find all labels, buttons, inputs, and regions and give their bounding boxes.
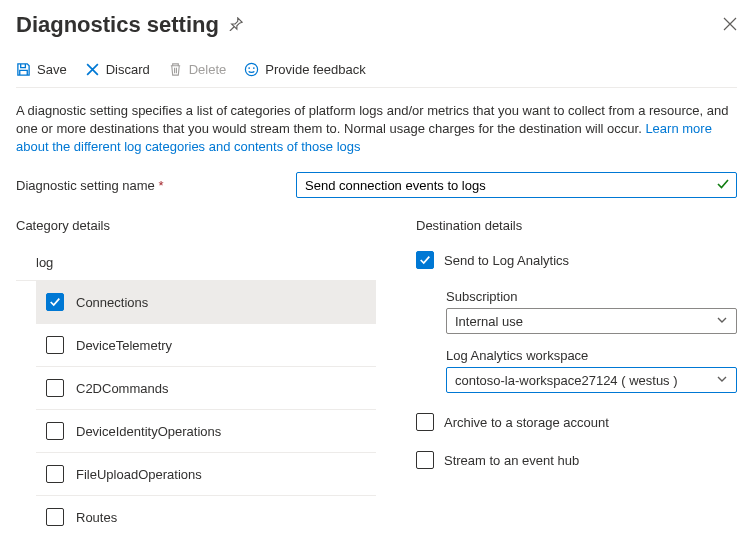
checkbox-eventhub[interactable] [416, 451, 434, 469]
name-field-label: Diagnostic setting name * [16, 178, 296, 193]
category-heading: Category details [16, 218, 376, 233]
log-item-label: C2DCommands [76, 381, 168, 396]
discard-label: Discard [106, 62, 150, 77]
chevron-down-icon [716, 373, 728, 388]
log-item-fileuploadoperations[interactable]: FileUploadOperations [36, 453, 376, 496]
log-list: ConnectionsDeviceTelemetryC2DCommandsDev… [36, 281, 376, 538]
log-item-devicetelemetry[interactable]: DeviceTelemetry [36, 324, 376, 367]
chevron-down-icon [716, 314, 728, 329]
name-field-row: Diagnostic setting name * [16, 172, 737, 198]
save-label: Save [37, 62, 67, 77]
destination-details-column: Destination details Send to Log Analytic… [416, 218, 737, 538]
subscription-select[interactable]: Internal use [446, 308, 737, 334]
log-item-label: FileUploadOperations [76, 467, 202, 482]
log-subheading: log [16, 251, 376, 281]
checkbox-c2dcommands[interactable] [46, 379, 64, 397]
checkbox-fileuploadoperations[interactable] [46, 465, 64, 483]
category-details-column: Category details log ConnectionsDeviceTe… [16, 218, 376, 538]
required-indicator: * [158, 178, 163, 193]
svg-point-2 [253, 67, 255, 69]
save-icon [16, 62, 31, 77]
log-item-c2dcommands[interactable]: C2DCommands [36, 367, 376, 410]
log-item-connections[interactable]: Connections [36, 281, 376, 324]
discard-icon [85, 62, 100, 77]
description-text: A diagnostic setting specifies a list of… [16, 102, 737, 156]
delete-button: Delete [168, 62, 227, 77]
page-title: Diagnostics setting [16, 12, 219, 38]
dest-eventhub-label: Stream to an event hub [444, 453, 579, 468]
checkbox-connections[interactable] [46, 293, 64, 311]
workspace-label: Log Analytics workspace [446, 348, 737, 363]
feedback-label: Provide feedback [265, 62, 365, 77]
dest-storage-label: Archive to a storage account [444, 415, 609, 430]
svg-point-1 [249, 67, 251, 69]
log-item-label: DeviceTelemetry [76, 338, 172, 353]
toolbar: Save Discard Delete Provide feedback [16, 62, 737, 88]
checkbox-devicetelemetry[interactable] [46, 336, 64, 354]
subscription-value: Internal use [455, 314, 523, 329]
trash-icon [168, 62, 183, 77]
log-item-label: DeviceIdentityOperations [76, 424, 221, 439]
name-input-wrap[interactable] [296, 172, 737, 198]
workspace-value: contoso-la-workspace27124 ( westus ) [455, 373, 678, 388]
discard-button[interactable]: Discard [85, 62, 150, 77]
dest-log-analytics-label: Send to Log Analytics [444, 253, 569, 268]
diagnostic-name-input[interactable] [305, 178, 708, 193]
valid-check-icon [716, 177, 730, 194]
log-item-routes[interactable]: Routes [36, 496, 376, 538]
page-header: Diagnostics setting [16, 12, 737, 38]
log-item-label: Routes [76, 510, 117, 525]
log-item-label: Connections [76, 295, 148, 310]
dest-eventhub[interactable]: Stream to an event hub [416, 451, 737, 469]
checkbox-log-analytics[interactable] [416, 251, 434, 269]
pin-icon[interactable] [229, 17, 243, 34]
checkbox-routes[interactable] [46, 508, 64, 526]
dest-storage[interactable]: Archive to a storage account [416, 413, 737, 431]
close-icon[interactable] [723, 15, 737, 36]
log-analytics-details: Subscription Internal use Log Analytics … [446, 289, 737, 393]
smile-icon [244, 62, 259, 77]
checkbox-storage[interactable] [416, 413, 434, 431]
checkbox-deviceidentityoperations[interactable] [46, 422, 64, 440]
workspace-select[interactable]: contoso-la-workspace27124 ( westus ) [446, 367, 737, 393]
dest-log-analytics[interactable]: Send to Log Analytics [416, 251, 737, 269]
subscription-label: Subscription [446, 289, 737, 304]
destination-heading: Destination details [416, 218, 737, 233]
feedback-button[interactable]: Provide feedback [244, 62, 365, 77]
delete-label: Delete [189, 62, 227, 77]
svg-point-0 [246, 63, 258, 75]
log-item-deviceidentityoperations[interactable]: DeviceIdentityOperations [36, 410, 376, 453]
save-button[interactable]: Save [16, 62, 67, 77]
